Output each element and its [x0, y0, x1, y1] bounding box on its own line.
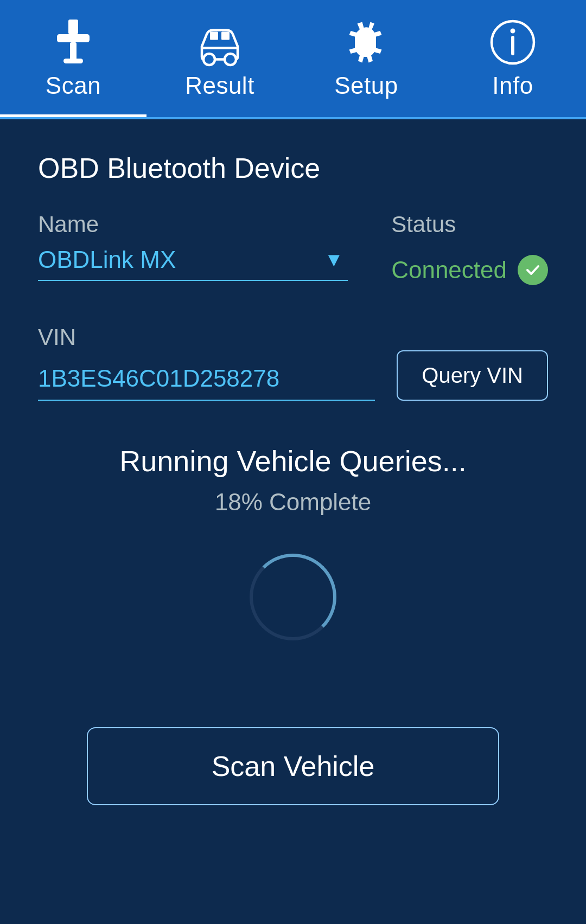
name-field-group: Name OBDLink MX ▼: [38, 211, 348, 281]
svg-rect-3: [63, 59, 83, 63]
nav-bar: Scan Result Setup Info: [0, 0, 586, 119]
progress-subtitle: 18% Complete: [215, 489, 372, 516]
nav-setup-label: Setup: [334, 72, 398, 99]
dropdown-arrow-icon: ▼: [324, 248, 344, 271]
vin-label: VIN: [38, 324, 76, 350]
status-label: Status: [391, 211, 548, 238]
query-vin-button[interactable]: Query VIN: [397, 350, 548, 401]
svg-rect-7: [210, 32, 218, 40]
connected-icon: [518, 255, 548, 285]
svg-point-4: [203, 54, 215, 65]
svg-rect-2: [70, 42, 77, 60]
nav-item-result[interactable]: Result: [146, 0, 293, 117]
nav-scan-label: Scan: [46, 72, 101, 99]
nav-info-label: Info: [492, 72, 533, 99]
device-dropdown[interactable]: OBDLink MX ▼: [38, 246, 348, 281]
svg-rect-1: [57, 34, 90, 42]
nav-result-label: Result: [185, 72, 254, 99]
status-row: Connected: [391, 255, 548, 292]
vin-section: VIN Query VIN: [38, 324, 548, 401]
status-text: Connected: [391, 256, 507, 284]
nav-item-info[interactable]: Info: [440, 0, 586, 117]
name-label: Name: [38, 211, 348, 238]
svg-point-5: [225, 54, 236, 65]
spinner-container: [250, 554, 336, 640]
vin-input[interactable]: [38, 365, 375, 401]
scan-vehicle-button[interactable]: Scan Vehicle: [87, 727, 499, 805]
nav-item-scan[interactable]: Scan: [0, 0, 146, 117]
device-row: Name OBDLink MX ▼ Status Connected: [38, 211, 548, 292]
main-content: OBD Bluetooth Device Name OBDLink MX ▼ S…: [0, 119, 586, 838]
svg-rect-0: [68, 20, 78, 34]
progress-title: Running Vehicle Queries...: [119, 444, 466, 478]
section-title: OBD Bluetooth Device: [38, 152, 548, 184]
svg-point-12: [511, 29, 515, 34]
loading-spinner: [250, 554, 336, 640]
svg-rect-8: [221, 32, 230, 40]
vin-row: Query VIN: [38, 350, 548, 401]
status-field-group: Status Connected: [391, 211, 548, 292]
device-name-value: OBDLink MX: [38, 246, 176, 273]
progress-section: Running Vehicle Queries... 18% Complete: [38, 444, 548, 684]
nav-item-setup[interactable]: Setup: [293, 0, 440, 117]
vin-input-group: [38, 365, 375, 401]
